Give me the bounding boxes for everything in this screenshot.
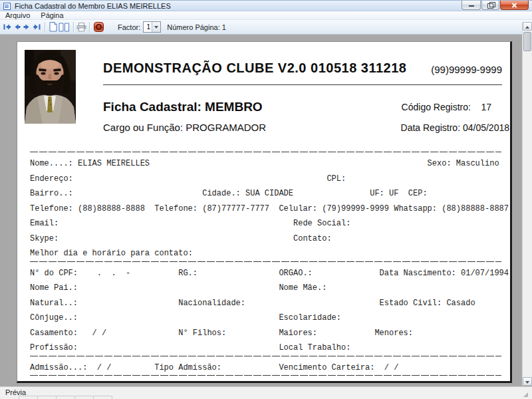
- window-title: Ficha Cadastral do Membro ELIAS MEIRELLE…: [15, 1, 171, 11]
- report-field: Contato:: [293, 231, 332, 247]
- report-field-line: Bairro..:Cidade.: SUA CIDADEUF: UF CEP:: [30, 186, 510, 201]
- last-page-icon: [33, 23, 41, 31]
- printer-icon: [76, 23, 86, 32]
- page-number-label: Número Página: 1: [167, 23, 226, 31]
- first-page-button[interactable]: [2, 21, 12, 33]
- report-page: DEMONSTRAÇÃO CLUBE V2.0 010518 311218 (9…: [17, 41, 512, 383]
- single-page-view-button[interactable]: [48, 21, 58, 33]
- section-separator-line: [30, 356, 501, 356]
- toolbar-separator: [45, 22, 45, 33]
- report-field: N° do CPF: . . -: [30, 266, 130, 281]
- last-page-button[interactable]: [32, 21, 42, 33]
- app-window: Ficha Cadastral do Membro ELIAS MEIRELLE…: [0, 0, 532, 399]
- report-field: Telefone: (88)88888-8888: [30, 201, 145, 217]
- resize-grip-icon: [523, 392, 528, 397]
- chevron-down-icon[interactable]: [152, 22, 160, 32]
- two-page-icon: [59, 23, 70, 32]
- status-panel-cells: [19, 396, 112, 399]
- report-field: N° Filhos:: [178, 326, 226, 341]
- report-field-line: Skype:Contato:: [30, 231, 510, 247]
- single-page-icon: [49, 22, 57, 32]
- next-page-icon: [23, 23, 31, 31]
- report-field: Nome Mâe.:: [279, 281, 327, 296]
- report-field: Nome....: ELIAS MEIRELLES: [30, 156, 150, 172]
- scrollbar-thumb[interactable]: [523, 32, 531, 51]
- report-field: Telefone: (87)77777-7777: [154, 201, 269, 217]
- report-field: Maiores:: [279, 326, 317, 341]
- report-field-line: Nome....: ELIAS MEIRELLESSexo: Masculino: [30, 156, 510, 172]
- report-field-line: Profissão:Local Trabalho:: [30, 340, 510, 356]
- member-photo: [25, 50, 76, 124]
- report-field-line: Endereço:CPL:: [30, 172, 510, 187]
- report-field: Nacionalidade:: [178, 296, 245, 311]
- report-field-line: Cônjuge..:Escolaridade:: [30, 311, 510, 326]
- report-field: Menores:: [374, 326, 413, 341]
- report-field-line: Telefone: (88)88888-8888Telefone: (87)77…: [30, 201, 510, 217]
- scroll-down-arrow-icon[interactable]: [523, 377, 532, 386]
- report-field: Admissão...: / /: [30, 360, 111, 376]
- scroll-up-arrow-icon[interactable]: [523, 22, 532, 31]
- app-icon: [3, 3, 11, 10]
- report-body: Nome....: ELIAS MEIRELLESSexo: Masculino…: [30, 144, 510, 380]
- report-field: Whatsapp: (88)88888-8887: [394, 201, 509, 217]
- status-bar: Prévia: [0, 386, 532, 399]
- report-field: ORGAO.:: [279, 266, 312, 281]
- close-button[interactable]: [500, 1, 529, 10]
- report-field: Endereço:: [30, 172, 73, 187]
- two-page-view-button[interactable]: [58, 21, 70, 33]
- close-preview-button[interactable]: [94, 22, 104, 32]
- minimize-icon: [469, 5, 474, 7]
- window-controls: [462, 1, 529, 10]
- registry-date: Data Registro: 04/05/2018: [401, 122, 509, 133]
- menu-arquivo[interactable]: Arquivo: [0, 11, 35, 20]
- menu-pagina[interactable]: Página: [35, 11, 68, 20]
- member-role: Cargo ou Função: PROGRAMADOR: [103, 122, 266, 133]
- previous-page-icon: [13, 23, 21, 31]
- restore-button[interactable]: [481, 1, 499, 10]
- report-phone: (99)99999-9999: [431, 64, 502, 75]
- factor-label: Factor:: [118, 23, 140, 31]
- report-field-line: Natural..:Nacionalidade:Estado Civil: Ca…: [30, 296, 510, 311]
- report-field: Vencimento Carteira: / /: [279, 360, 398, 376]
- report-field: Local Trabalho:: [279, 340, 350, 356]
- menu-bar: Arquivo Página: [0, 11, 532, 20]
- report-field: Bairro..:: [30, 186, 73, 201]
- vertical-scrollbar[interactable]: [522, 22, 532, 386]
- report-field-line: Melhor dia e horário para contato:: [30, 246, 510, 261]
- report-field: Profissão:: [30, 340, 78, 356]
- print-button[interactable]: [76, 21, 86, 33]
- report-field: Data Nascimento: 01/07/1994: [380, 266, 509, 281]
- report-field: Cidade.: SUA CIDADE: [202, 186, 293, 201]
- report-field: Skype:: [30, 231, 59, 247]
- report-field: UF: UF CEP:: [370, 186, 427, 201]
- report-field-line: Casamento: / /N° Filhos:Maiores:Menores:: [30, 326, 510, 341]
- toolbar-separator: [89, 22, 90, 33]
- zoom-factor-select[interactable]: 1: [143, 21, 161, 33]
- report-field: Natural..:: [30, 296, 78, 311]
- toolbar: Factor: 1 Número Página: 1: [0, 20, 532, 35]
- report-field: Melhor dia e horário para contato:: [30, 246, 193, 261]
- report-field-line: N° do CPF: . . -RG.:ORGAO.:Data Nascimen…: [30, 266, 510, 281]
- report-field: Celular: (79)99999-9999: [279, 201, 389, 217]
- restore-icon: [487, 3, 493, 9]
- zoom-factor-value: 1: [146, 23, 150, 31]
- toolbar-separator: [73, 22, 74, 33]
- header-rule: [103, 84, 502, 85]
- minimize-button[interactable]: [462, 1, 481, 10]
- section-separator-line: [30, 152, 501, 152]
- title-bar: Ficha Cadastral do Membro ELIAS MEIRELLE…: [0, 0, 532, 11]
- preview-area: DEMONSTRAÇÃO CLUBE V2.0 010518 311218 (9…: [0, 35, 532, 386]
- section-separator-line: [30, 375, 501, 376]
- registry-code: Código Registro: 17: [402, 102, 491, 112]
- report-field: Casamento: / /: [30, 326, 106, 341]
- report-field: Nome Pai.:: [30, 281, 78, 296]
- report-field-line: Admissão...: / /Tipo Admissão:Vencimento…: [30, 360, 510, 376]
- next-page-button[interactable]: [22, 21, 32, 33]
- previous-page-button[interactable]: [12, 21, 22, 33]
- report-field: RG.:: [178, 266, 198, 281]
- report-field-line: Email:Rede Social:: [30, 216, 510, 231]
- report-field: Tipo Admissão:: [154, 360, 221, 376]
- report-field: Estado Civil: Casado: [380, 296, 475, 311]
- report-field-line: Nome Pai.:Nome Mâe.:: [30, 281, 510, 296]
- report-club-title: DEMONSTRAÇÃO CLUBE V2.0 010518 311218: [103, 61, 406, 76]
